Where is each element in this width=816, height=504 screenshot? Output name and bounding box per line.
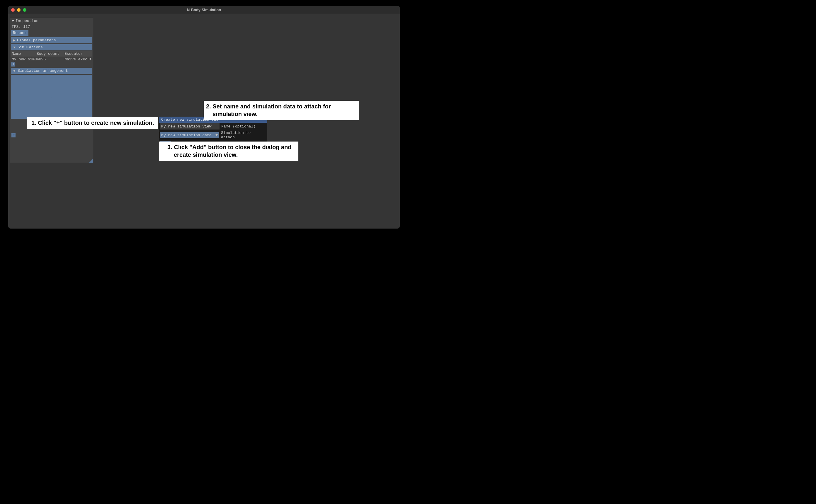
resume-button[interactable]: Resume bbox=[11, 30, 28, 36]
inspection-header[interactable]: Inspection bbox=[10, 18, 93, 24]
dialog-name-row: Name (optional) bbox=[159, 123, 267, 130]
row-executor: Naive execut bbox=[64, 57, 91, 62]
select-value: My new simulation data bbox=[161, 133, 212, 137]
arrangement-header[interactable]: Simulation arrangement bbox=[11, 68, 92, 74]
global-parameters-header[interactable]: Global parameters bbox=[11, 37, 92, 43]
simulations-header[interactable]: Simulations bbox=[11, 44, 92, 50]
maximize-button[interactable] bbox=[23, 8, 26, 12]
column-body-count: Body count bbox=[37, 52, 64, 56]
table-row[interactable]: My new simul 4096 Naive execut bbox=[11, 57, 92, 62]
column-executor: Executor bbox=[64, 52, 91, 56]
dropdown-icon bbox=[215, 134, 218, 136]
traffic-lights bbox=[11, 8, 26, 12]
column-name: Name bbox=[12, 52, 37, 56]
row-body-count: 4096 bbox=[37, 57, 64, 62]
collapse-icon bbox=[12, 20, 14, 22]
titlebar: N-Body Simulation bbox=[8, 6, 400, 14]
expand-icon bbox=[13, 39, 15, 42]
row-name: My new simul bbox=[12, 57, 37, 62]
global-parameters-label: Global parameters bbox=[17, 38, 56, 42]
add-arrangement-button[interactable]: + bbox=[11, 133, 16, 137]
name-label: Name (optional) bbox=[221, 124, 256, 129]
inspection-title: Inspection bbox=[16, 19, 38, 23]
simulation-select[interactable]: My new simulation data bbox=[160, 132, 219, 138]
fps-display: FPS: 117 bbox=[10, 24, 93, 30]
close-button[interactable] bbox=[11, 8, 15, 12]
simulations-table-header: Name Body count Executor bbox=[11, 51, 92, 57]
annotation-step-3: 3. Click "Add" button to close the dialo… bbox=[159, 142, 298, 161]
annotation-step-1: 1. Click "+" button to create new simula… bbox=[27, 117, 158, 129]
annotation-step-2: 2. Set name and simulation data to attac… bbox=[204, 101, 359, 120]
collapse-icon bbox=[13, 47, 16, 48]
simulation-label: Simulation to attach bbox=[221, 131, 266, 139]
name-input[interactable] bbox=[160, 123, 220, 130]
inspection-panel: Inspection FPS: 117 Resume Global parame… bbox=[10, 18, 93, 163]
collapse-icon bbox=[13, 70, 16, 72]
simulations-label: Simulations bbox=[18, 45, 43, 50]
arrangement-area[interactable] bbox=[11, 75, 92, 119]
arrangement-label: Simulation arrangement bbox=[18, 69, 68, 73]
minimize-button[interactable] bbox=[17, 8, 21, 12]
resize-handle[interactable] bbox=[89, 159, 93, 163]
window-title: N-Body Simulation bbox=[187, 8, 221, 12]
dialog-simulation-row: My new simulation data Simulation to att… bbox=[159, 130, 267, 140]
add-simulation-button[interactable]: + bbox=[11, 62, 15, 67]
